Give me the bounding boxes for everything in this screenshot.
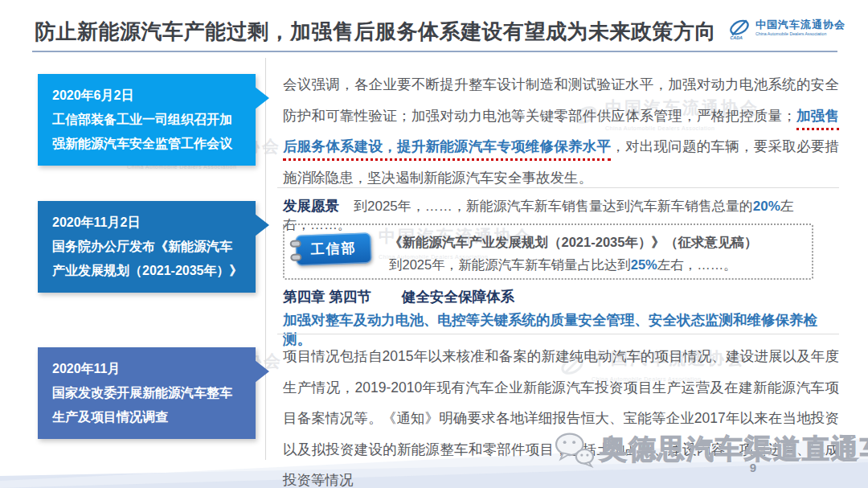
- miit-badge: 工信部: [295, 232, 371, 265]
- page-number: 9: [743, 461, 763, 474]
- draft-percent: 25%: [631, 257, 657, 272]
- slide-title: 防止新能源汽车产能过剩，加强售后服务体系建设有望成为未来政策方向: [35, 18, 742, 46]
- timeline-text: 国家发改委开展新能源汽车整车生产及项目情况调查: [52, 386, 232, 424]
- cada-logo: CADA 中国汽车流通协会 China Automobile Dealers A…: [727, 16, 845, 40]
- timeline-date: 2020年11月: [52, 357, 244, 381]
- meeting-text-pre: 会议强调，各企业要不断提升整车设计制造和测试验证水平，加强对动力电池系统的安全防…: [283, 76, 839, 124]
- section-divider: [277, 334, 839, 334]
- miit-badge-label: 工信部: [310, 237, 357, 261]
- svg-text:CADA: CADA: [731, 35, 743, 40]
- vision-text-pre: 到2025年，……，新能源汽车新车销售量达到汽车新车销售总量的: [354, 199, 753, 214]
- slide: 中国汽车流通协会China Automobile Dealers Associa…: [0, 0, 868, 488]
- cada-swoosh-icon: CADA: [727, 16, 751, 40]
- timeline-date: 2020年6月2日: [52, 84, 244, 108]
- draft-callout-box: 工信部 《新能源汽车产业发展规划（2021-2035年）》（征求意见稿） 到20…: [283, 223, 813, 280]
- column-divider: [265, 58, 266, 460]
- draft-text-pre: 到2025年，新能源汽车新车销量占比达到: [389, 257, 631, 272]
- section-divider: [277, 187, 839, 188]
- chapter-title: 健全安全保障体系: [402, 289, 514, 305]
- timeline-item-2: 2020年11月2日 国务院办公厅发布《新能源汽车产业发展规划（2021-203…: [38, 201, 256, 293]
- timeline-item-1: 2020年6月2日 工信部装备工业一司组织召开加强新能源汽车安全监管工作会议: [38, 74, 256, 166]
- timeline-date: 2020年11月2日: [52, 211, 244, 235]
- channel-watermark: 奥德思汽车渠道直通车: [553, 431, 868, 468]
- binder-rings-icon: [290, 253, 301, 260]
- logo-name-cn: 中国汽车流通协会: [755, 19, 845, 31]
- vision-percent: 20%: [753, 199, 780, 214]
- draft-title: 《新能源汽车产业发展规划（2021-2035年）》（征求意见稿）: [389, 231, 804, 253]
- meeting-paragraph: 会议强调，各企业要不断提升整车设计制造和测试验证水平，加强对动力电池系统的安全防…: [283, 69, 839, 193]
- draft-text-post: 左右，……。: [657, 257, 737, 272]
- title-underline: [32, 51, 837, 52]
- timeline-text: 国务院办公厅发布《新能源汽车产业发展规划（2021-2035年）》: [52, 240, 243, 277]
- logo-name-en: China Automobile Dealers Association: [755, 31, 841, 36]
- chapter-number: 第四章 第四节: [283, 289, 371, 305]
- wechat-icon: [553, 431, 596, 468]
- draft-target-line: 到2025年，新能源汽车新车销量占比达到25%左右，……。: [389, 253, 804, 276]
- binder-rings-icon: [290, 240, 301, 247]
- channel-watermark-text: 奥德思汽车渠道直通车: [600, 431, 868, 468]
- timeline-item-3: 2020年11月 国家发改委开展新能源汽车整车生产及项目情况调查: [38, 347, 256, 439]
- chapter-line: 第四章 第四节健全安全保障体系: [283, 287, 839, 306]
- timeline-text: 工信部装备工业一司组织召开加强新能源汽车安全监管工作会议: [52, 113, 232, 150]
- vision-label: 发展愿景: [283, 198, 339, 214]
